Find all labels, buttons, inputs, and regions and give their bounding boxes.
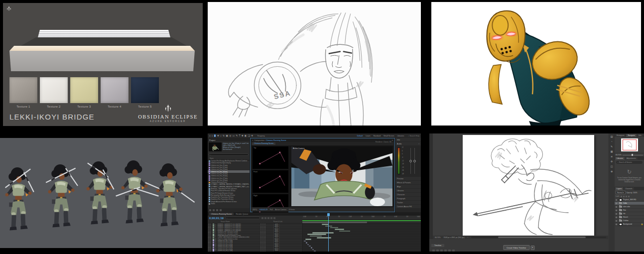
panel-tab[interactable]: Info — [637, 134, 643, 137]
close-icon[interactable]: × — [418, 143, 419, 145]
layer-mode-switches[interactable] — [260, 226, 273, 227]
layer-switches[interactable] — [208, 232, 213, 233]
lock-pixels-icon[interactable] — [623, 196, 625, 197]
label-color-chip[interactable] — [213, 239, 214, 240]
layer-mode-switches[interactable] — [260, 247, 273, 248]
panel-icon[interactable]: ✎ — [611, 145, 613, 148]
layer-switches[interactable] — [208, 234, 213, 235]
visibility-toggle[interactable] — [616, 203, 618, 204]
layer-mode-switches[interactable] — [260, 239, 273, 240]
layer-switches[interactable] — [208, 242, 213, 243]
panel-icon[interactable]: ◔ — [611, 140, 612, 143]
panel-icon[interactable]: ▤ — [611, 135, 613, 138]
layer-track[interactable] — [302, 224, 421, 225]
panel-header[interactable]: Libraries — [395, 189, 421, 192]
panel-header[interactable]: Preview — [395, 177, 421, 180]
project-search-input[interactable]: ⌕ — [209, 153, 249, 156]
layer-mode-switches[interactable] — [260, 244, 273, 245]
time-ruler[interactable]: 0:00f:15f1:00f:15f2:00f:15f3:00f:15f4:00… — [302, 216, 421, 220]
layer-track[interactable] — [302, 229, 421, 230]
layer-switches[interactable] — [208, 224, 213, 225]
layer-switches[interactable] — [208, 226, 213, 227]
home-icon[interactable]: ⌂ — [209, 134, 211, 137]
magnification-select[interactable]: (84%) — [253, 209, 257, 211]
layer-mode-switches[interactable] — [260, 227, 273, 228]
navigator-zoom-value[interactable]: 66.70% — [616, 154, 622, 156]
playhead[interactable] — [328, 217, 329, 252]
playhead-handle[interactable] — [327, 213, 330, 216]
layer-track[interactable] — [302, 249, 421, 250]
layer-track[interactable] — [302, 247, 421, 248]
tool-icon[interactable]: ✥ — [217, 134, 219, 137]
layer-switches[interactable] — [208, 229, 213, 230]
layer-mode-switches[interactable] — [260, 224, 273, 225]
layer-switches[interactable] — [208, 249, 213, 250]
layer-switches[interactable] — [208, 231, 213, 232]
layer-track[interactable] — [302, 237, 421, 238]
delete-item-icon[interactable] — [220, 209, 222, 211]
label-color-chip[interactable] — [213, 250, 214, 252]
timeline-type-dropdown[interactable]: ▾ — [530, 246, 534, 250]
tool-icon[interactable]: ✚ — [242, 134, 244, 137]
label-color-chip[interactable] — [213, 240, 214, 242]
panel-tab[interactable]: Navigator — [626, 134, 637, 137]
interpret-footage-icon[interactable] — [209, 209, 211, 211]
label-color-chip[interactable] — [213, 237, 214, 239]
create-video-timeline-button[interactable]: Create Video Timeline — [503, 245, 529, 250]
tool-icon[interactable]: ▦ — [226, 134, 228, 137]
layer-track[interactable] — [302, 242, 421, 243]
blend-mode-select[interactable]: Normal ▾ — [616, 191, 626, 194]
layer-track[interactable] — [302, 235, 421, 236]
panel-menu-icon[interactable]: ≡ — [392, 139, 393, 141]
right-channel-slider[interactable] — [414, 148, 415, 174]
layer-duration-bar[interactable] — [314, 251, 315, 252]
panel-icon[interactable]: ▦ — [611, 150, 613, 153]
label-color-chip[interactable] — [213, 229, 214, 230]
panel-icon[interactable]: ◫ — [611, 165, 613, 168]
label-color-chip[interactable] — [213, 247, 214, 249]
timeline-comp-tab[interactable]: Chimera Running Scene — [209, 213, 234, 215]
composition-subtab[interactable]: Chimera Running Scene — [252, 142, 275, 145]
layer-switches[interactable] — [208, 247, 213, 248]
work-area-bar[interactable] — [302, 222, 367, 223]
workspace-tab[interactable]: Learn — [366, 135, 370, 137]
tool-icon[interactable]: ◧ — [245, 134, 247, 137]
layer-name[interactable]: Hair — [623, 209, 626, 211]
layer-name[interactable]: Outline — [623, 220, 629, 222]
panel-header[interactable]: Tracker — [395, 201, 421, 204]
panel-tab[interactable]: Channels — [624, 187, 634, 190]
composition-name[interactable]: Chimera Running Scene — [265, 139, 286, 141]
info-panel-tab[interactable]: Info — [397, 139, 400, 141]
navigator-zoom-slider[interactable] — [623, 155, 644, 155]
layer-switches[interactable] — [208, 244, 213, 245]
lock-transparency-icon[interactable] — [621, 196, 622, 197]
ps-canvas[interactable] — [463, 135, 594, 236]
tool-icon[interactable]: ▶ — [214, 134, 216, 137]
panel-icon[interactable]: ≋ — [611, 155, 613, 158]
current-timecode[interactable]: 0;00;01;19 — [209, 217, 224, 220]
panel-tab[interactable]: Adjustments — [625, 157, 638, 160]
new-composition-icon[interactable] — [216, 209, 218, 211]
layer-mode-switches[interactable] — [260, 231, 273, 232]
timeline-toggle-icons[interactable] — [261, 217, 275, 219]
workspace-tab[interactable]: Default — [357, 135, 363, 137]
label-color-chip[interactable] — [213, 232, 214, 234]
project-file-row[interactable]: Solids — [208, 203, 250, 205]
camera-select[interactable]: Active Camera — [275, 209, 286, 211]
label-color-chip[interactable] — [213, 235, 214, 237]
layer-track[interactable] — [302, 234, 421, 235]
layer-mode-switches[interactable] — [260, 229, 273, 230]
close-icon[interactable]: × — [252, 139, 253, 141]
label-color-chip[interactable] — [213, 234, 214, 235]
tool-icon[interactable]: T — [239, 134, 241, 137]
layer-switches[interactable] — [208, 237, 213, 238]
layer-mode-switches[interactable] — [260, 232, 273, 233]
tool-icon[interactable]: ✜ — [252, 134, 254, 137]
layer-mode-switches[interactable] — [260, 236, 273, 237]
snapping-label[interactable]: Snapping — [257, 135, 264, 137]
layer-name[interactable]: Color — [623, 202, 627, 204]
status-arrow-icon[interactable]: › — [468, 237, 468, 239]
viewer-timecode[interactable]: 0;00;01;19 — [259, 209, 267, 211]
view-frame[interactable]: Front — [253, 170, 288, 193]
layer-name[interactable]: Background — [623, 223, 632, 225]
